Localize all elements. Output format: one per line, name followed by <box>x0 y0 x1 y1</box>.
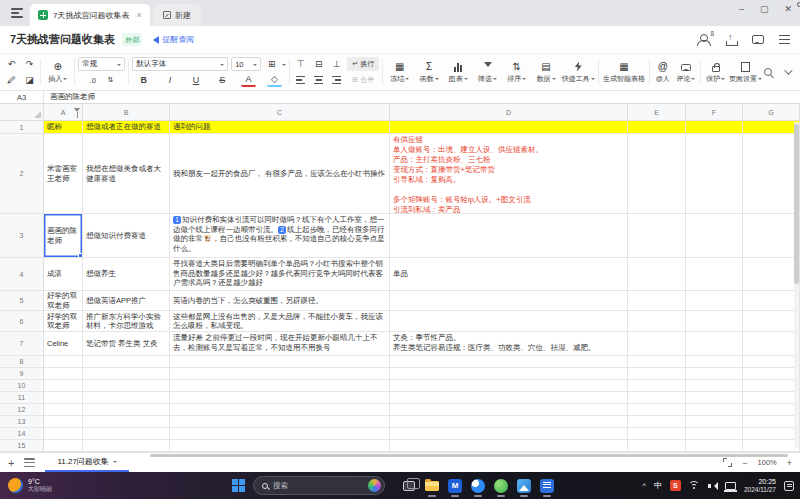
cell-g2[interactable] <box>743 134 800 214</box>
cell-a4[interactable]: 成湛 <box>44 258 83 291</box>
cell-c7[interactable]: 流量好差 之前停更过一段时间，现在开始更新小眼睛几十上不去，检测账号又是写着正常… <box>170 332 390 356</box>
merge-cells-button[interactable]: ⊞ 合并 <box>347 73 379 87</box>
cell-f2[interactable] <box>686 134 743 214</box>
decimal-button[interactable]: .0 <box>85 73 100 87</box>
collaborators-icon[interactable]: 8 <box>697 34 710 46</box>
cell-g4[interactable] <box>743 258 800 291</box>
row-header-9[interactable]: 9 <box>0 368 44 380</box>
row-header-11[interactable]: 11 <box>0 392 44 404</box>
font-color-button[interactable]: A <box>241 73 256 87</box>
new-document-tab[interactable]: 新建 <box>153 4 201 26</box>
filter-funnel-icon[interactable] <box>74 108 80 115</box>
cell-b1[interactable]: 想做或者正在做的赛道 <box>83 121 170 134</box>
zoom-level[interactable]: 100% <box>758 458 777 467</box>
row-header-6[interactable]: 6 <box>0 311 44 332</box>
empty-cell[interactable] <box>170 428 390 440</box>
select-all-corner[interactable] <box>0 104 44 121</box>
minimize-button[interactable]: – <box>739 4 744 14</box>
sheet-tab-active[interactable]: 11.27问题收集 <box>45 454 128 472</box>
empty-cell[interactable] <box>743 356 800 368</box>
empty-cell[interactable] <box>628 440 686 452</box>
cell-a7[interactable]: Celine <box>44 332 83 356</box>
cell-f3[interactable] <box>686 214 743 258</box>
empty-cell[interactable] <box>170 392 390 404</box>
cell-b3[interactable]: 想做知识付费赛道 <box>83 214 170 258</box>
protect-button[interactable]: 保护 <box>704 56 727 88</box>
empty-cell[interactable] <box>170 368 390 380</box>
empty-cell[interactable] <box>83 368 170 380</box>
bold-button[interactable]: B <box>136 73 151 87</box>
taskbar-clock[interactable]: 20:25 2024/11/27 <box>744 478 776 493</box>
hidden-icons-chevron[interactable]: ^ <box>642 481 646 490</box>
zoom-out-button[interactable]: − <box>742 458 747 468</box>
empty-cell[interactable] <box>628 404 686 416</box>
empty-cell[interactable] <box>743 416 800 428</box>
empty-cell[interactable] <box>686 380 743 392</box>
row-header-12[interactable]: 12 <box>0 404 44 416</box>
remind-review-link[interactable]: 提醒查阅 <box>149 34 194 45</box>
empty-cell[interactable] <box>83 428 170 440</box>
cell-f5[interactable] <box>686 291 743 311</box>
empty-cell[interactable] <box>686 392 743 404</box>
cell-f7[interactable] <box>686 332 743 356</box>
filter-button[interactable]: 筛选 <box>474 56 501 88</box>
horizontal-scrollbar[interactable] <box>150 454 788 457</box>
search-highlight-icon[interactable] <box>368 479 381 492</box>
cell-b4[interactable]: 想做养生 <box>83 258 170 291</box>
sheet-list-icon[interactable] <box>24 458 35 467</box>
cell-g3[interactable] <box>743 214 800 258</box>
empty-cell[interactable] <box>83 356 170 368</box>
cell-d3[interactable] <box>390 214 628 258</box>
close-tab-icon[interactable]: × <box>136 10 141 20</box>
share-upload-icon[interactable] <box>725 34 737 46</box>
eraser-icon[interactable]: ◪ <box>22 73 37 87</box>
fullscreen-icon[interactable] <box>723 458 732 467</box>
empty-cell[interactable] <box>44 416 83 428</box>
weather-widget[interactable]: 9°C 大部晴朗 <box>0 478 52 493</box>
empty-cell[interactable] <box>170 416 390 428</box>
borders-button[interactable]: ⊞ <box>264 57 279 71</box>
align-right-button[interactable] <box>329 73 344 87</box>
quick-tools-button[interactable]: 快捷工具 <box>562 56 595 88</box>
sort-button[interactable]: ⇅排序 <box>503 56 530 88</box>
quark-browser-icon[interactable] <box>470 478 486 494</box>
docs-app-icon[interactable] <box>539 478 555 494</box>
row-header-10[interactable]: 10 <box>0 380 44 392</box>
photos-app-icon[interactable] <box>516 478 532 494</box>
empty-cell[interactable] <box>170 380 390 392</box>
taskbar-search[interactable]: 搜索 <box>253 476 385 495</box>
row-header-1[interactable]: 1 <box>0 121 44 134</box>
empty-cell[interactable] <box>686 356 743 368</box>
smart-table-button[interactable]: ▦生成智能表格 <box>602 56 646 88</box>
empty-cell[interactable] <box>44 368 83 380</box>
fill-color-button[interactable]: ◇ <box>267 73 282 87</box>
cell-f4[interactable] <box>686 258 743 291</box>
cell-b6[interactable]: 推广新东方科学小实验材料，卡尔思维游戏 <box>83 311 170 332</box>
empty-cell[interactable] <box>686 404 743 416</box>
wps-home-menu-icon[interactable] <box>6 2 28 24</box>
col-header-g[interactable]: G <box>743 104 800 121</box>
comment-button[interactable]: 评论 <box>675 56 698 88</box>
empty-cell[interactable] <box>743 428 800 440</box>
cell-g6[interactable] <box>743 311 800 332</box>
empty-cell[interactable] <box>743 440 800 452</box>
row-header-4[interactable]: 4 <box>0 258 44 291</box>
row-header-5[interactable]: 5 <box>0 291 44 311</box>
cell-d7[interactable]: 艾灸：季节性产品。 养生类笔记容易违规：医疗类、功效类、穴位、祛湿、减肥。 <box>390 332 628 356</box>
row-header-2[interactable]: 2 <box>0 134 44 214</box>
empty-cell[interactable] <box>628 356 686 368</box>
empty-cell[interactable] <box>686 440 743 452</box>
col-header-c[interactable]: C <box>170 104 390 121</box>
empty-cell[interactable] <box>170 356 390 368</box>
cell-b5[interactable]: 想做英语APP推广 <box>83 291 170 311</box>
col-header-f[interactable]: F <box>686 104 743 121</box>
wifi-icon[interactable] <box>689 481 700 490</box>
empty-cell[interactable] <box>44 428 83 440</box>
row-header-13[interactable]: 13 <box>0 416 44 428</box>
empty-cell[interactable] <box>83 380 170 392</box>
empty-cell[interactable] <box>628 392 686 404</box>
mention-person-button[interactable]: @@人 <box>653 56 673 88</box>
cell-e4[interactable] <box>628 258 686 291</box>
font-size-select[interactable]: 10 <box>231 57 261 71</box>
cell-f6[interactable] <box>686 311 743 332</box>
